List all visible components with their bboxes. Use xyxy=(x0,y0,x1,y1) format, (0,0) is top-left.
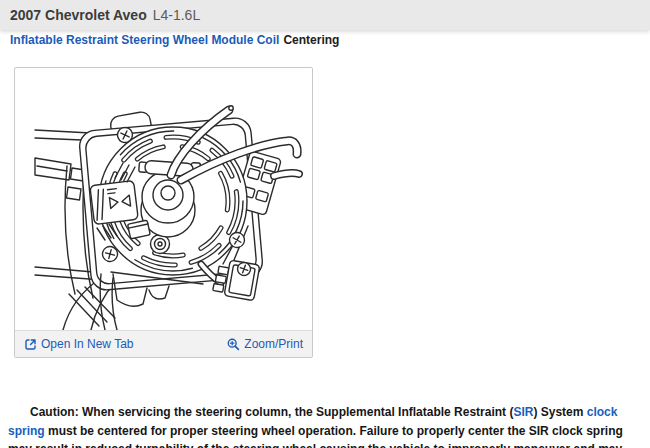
zoom-print-link[interactable]: Zoom/Print xyxy=(227,337,303,351)
doc-title: Inflatable Restraint Steering Wheel Modu… xyxy=(10,33,640,47)
caution-text-tail: must be centered for proper steering whe… xyxy=(8,424,623,448)
clock-spring-line-art xyxy=(15,68,312,330)
engine-label: L4-1.6L xyxy=(153,7,200,23)
header-bar: 2007 Chevrolet Aveo L4-1.6L xyxy=(0,0,650,30)
caution-text-lead: Caution: When servicing the steering col… xyxy=(30,405,513,419)
figure-footer: Open In New Tab Zoom/Print xyxy=(15,330,312,357)
vehicle-title: 2007 Chevrolet Aveo xyxy=(10,7,147,23)
caution-paragraph: Caution: When servicing the steering col… xyxy=(8,403,638,448)
figure-panel: Open In New Tab Zoom/Print xyxy=(14,67,313,358)
centering-label: Centering xyxy=(283,33,339,47)
open-in-new-tab-link[interactable]: Open In New Tab xyxy=(24,337,134,351)
module-coil-link[interactable]: Inflatable Restraint Steering Wheel Modu… xyxy=(10,33,279,47)
zoom-print-label: Zoom/Print xyxy=(244,337,303,351)
caution-text-mid: ) System xyxy=(533,405,586,419)
magnifier-plus-icon xyxy=(227,338,240,351)
small-block xyxy=(128,220,151,239)
coil-diagram xyxy=(15,68,312,330)
alignment-label xyxy=(90,180,138,224)
open-in-new-tab-icon xyxy=(24,338,37,351)
open-in-new-tab-label: Open In New Tab xyxy=(41,337,134,351)
sir-link[interactable]: SIR xyxy=(513,405,533,419)
